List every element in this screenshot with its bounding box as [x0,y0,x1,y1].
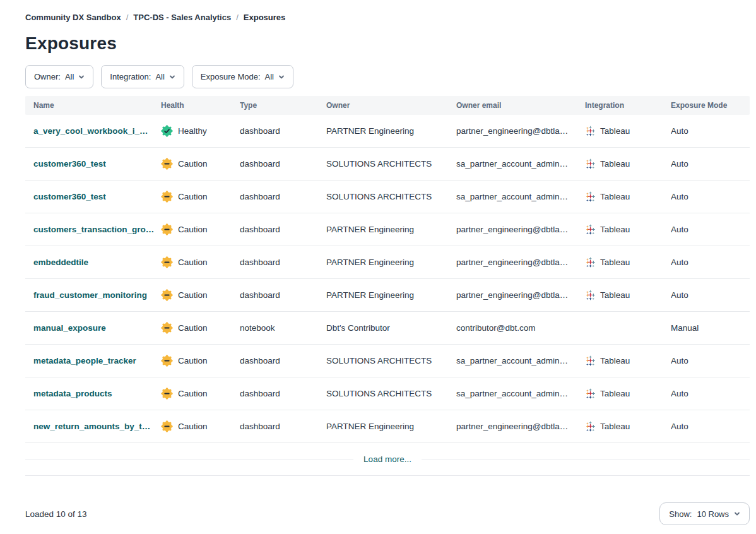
chevron-down-icon [169,74,175,80]
health-cell: Caution [161,355,240,367]
integration-cell: Tableau [585,355,671,366]
tableau-icon [585,290,596,300]
health-minus-glyph [164,295,169,296]
owner-email-cell: sa_partner_account_admin… [456,389,585,398]
exposure-name-link[interactable]: new_return_amounts_by_t… [33,422,150,431]
owner-cell: SOLUTIONS ARCHITECTS [326,389,456,398]
owner-filter-label: Owner: [34,72,61,81]
health-badge-icon [161,223,173,235]
name-cell: a_very_cool_workbook_i_… [25,126,161,136]
loaded-count-text: Loaded 10 of 13 [25,509,87,519]
exposure-mode-cell: Auto [671,225,750,234]
exposure-mode-cell: Manual [671,323,750,333]
breadcrumb-item-environment[interactable]: TPC-DS - Sales Analytics [133,13,231,22]
tableau-icon [585,388,596,399]
show-value: 10 Rows [697,509,729,519]
health-badge-icon [161,125,173,137]
integration-cell: Tableau [585,421,671,432]
exposure-mode-cell: Auto [671,290,750,300]
table-row: metadata_people_tracker Caution dashboar… [25,345,750,377]
exposure-name-link[interactable]: metadata_people_tracker [33,356,136,365]
name-cell: fraud_customer_monitoring [25,290,161,300]
breadcrumb: Community DX Sandbox / TPC-DS - Sales An… [25,13,750,22]
column-header-type: Type [240,101,326,110]
name-cell: embeddedtile [25,258,161,267]
owner-cell: SOLUTIONS ARCHITECTS [326,192,456,201]
load-more-row: Load more... [25,443,750,476]
column-header-exposure-mode: Exposure Mode [671,101,750,110]
exposure-mode-filter-dropdown[interactable]: Exposure Mode: All [192,65,293,88]
integration-label: Tableau [600,258,630,267]
column-header-owner: Owner [326,101,456,110]
owner-filter-dropdown[interactable]: Owner: All [25,65,93,88]
exposure-name-link[interactable]: embeddedtile [33,258,88,267]
owner-email-cell: partner_engineering@dbtla… [456,225,585,234]
exposure-name-link[interactable]: fraud_customer_monitoring [33,290,147,300]
health-minus-glyph [164,393,169,395]
integration-cell: Tableau [585,290,671,300]
integration-filter-dropdown[interactable]: Integration: All [101,65,184,88]
tableau-icon [585,126,596,136]
table-row: customer360_test Caution dashboard SOLUT… [25,148,750,181]
integration-cell: Tableau [585,126,671,136]
integration-label: Tableau [600,356,630,365]
owner-cell: PARTNER Engineering [326,422,456,431]
integration-label: Tableau [600,389,630,398]
owner-cell: Dbt's Contributor [326,323,456,333]
integration-label: Tableau [600,290,630,300]
show-label: Show: [669,509,692,519]
exposure-name-link[interactable]: a_very_cool_workbook_i_… [33,126,148,136]
tableau-icon [585,158,596,169]
table-row: metadata_products Caution dashboard SOLU… [25,377,750,410]
health-cell: Caution [161,191,240,203]
integration-filter-label: Integration: [110,72,151,81]
exposure-mode-cell: Auto [671,126,750,136]
integration-cell: Tableau [585,224,671,235]
name-cell: metadata_people_tracker [25,356,161,365]
table-row: fraud_customer_monitoring Caution dashbo… [25,279,750,312]
integration-cell: Tableau [585,191,671,202]
integration-cell: Tableau [585,158,671,169]
name-cell: customer360_test [25,192,161,201]
health-label: Caution [178,323,208,333]
table-footer: Loaded 10 of 13 Show: 10 Rows [25,502,750,525]
health-label: Caution [178,422,208,431]
health-cell: Caution [161,223,240,235]
owner-cell: PARTNER Engineering [326,225,456,234]
health-badge-icon [161,355,173,367]
owner-email-cell: sa_partner_account_admin… [456,159,585,169]
health-badge-icon [161,158,173,170]
divider [25,459,353,460]
filter-bar: Owner: All Integration: All Exposure Mod… [25,65,750,88]
breadcrumb-item-project[interactable]: Community DX Sandbox [25,13,121,22]
health-minus-glyph [164,328,169,329]
exposure-mode-cell: Auto [671,389,750,398]
exposure-mode-filter-label: Exposure Mode: [201,72,261,81]
owner-email-cell: partner_engineering@dbtla… [456,422,585,431]
integration-label: Tableau [600,422,630,431]
exposure-name-link[interactable]: customer360_test [33,192,106,201]
exposure-name-link[interactable]: manual_exposure [33,323,106,333]
load-more-link[interactable]: Load more... [353,454,422,464]
name-cell: metadata_products [25,389,161,398]
health-minus-glyph [164,262,169,263]
health-cell: Healthy [161,125,240,137]
exposure-mode-cell: Auto [671,159,750,169]
rows-per-page-dropdown[interactable]: Show: 10 Rows [659,502,750,525]
health-label: Caution [178,389,208,398]
health-badge-icon [161,420,173,432]
health-cell: Caution [161,158,240,170]
owner-filter-value: All [65,72,74,81]
type-cell: dashboard [240,192,326,201]
type-cell: dashboard [240,290,326,300]
name-cell: customers_transaction_gro… [25,225,161,234]
chevron-down-icon [278,74,285,80]
owner-email-cell: sa_partner_account_admin… [456,192,585,201]
column-header-owner-email: Owner email [456,101,585,110]
integration-label: Tableau [600,192,630,201]
exposure-name-link[interactable]: metadata_products [33,389,112,398]
exposure-name-link[interactable]: customers_transaction_gro… [33,225,154,234]
owner-cell: SOLUTIONS ARCHITECTS [326,159,456,169]
tableau-icon [585,191,596,202]
exposure-name-link[interactable]: customer360_test [33,159,106,169]
